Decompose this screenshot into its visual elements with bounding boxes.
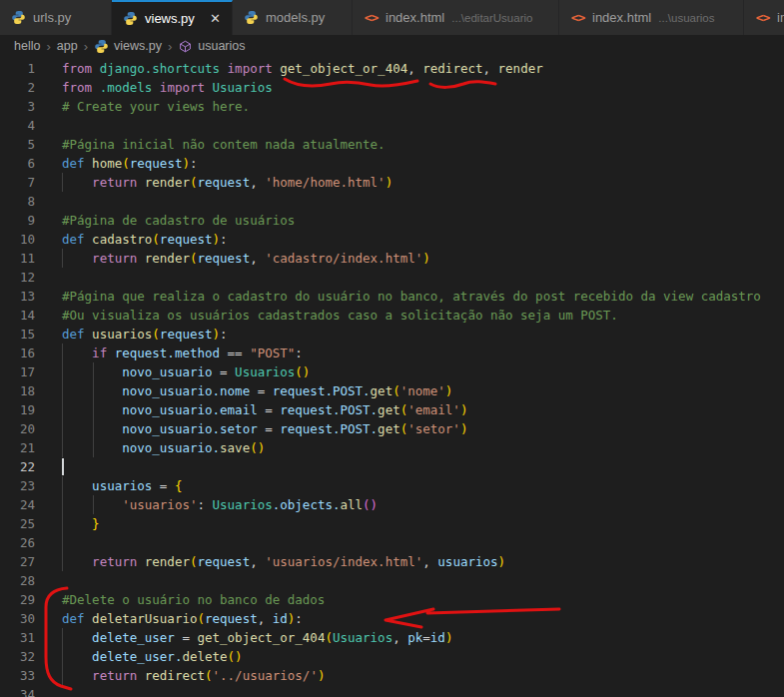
code-line[interactable]: 17 novo_usuario = Usuarios(): [0, 362, 784, 381]
code-line[interactable]: 15def usuarios(request):: [0, 325, 784, 344]
code-line[interactable]: 12: [0, 268, 784, 287]
code-line[interactable]: 30def deletarUsuario(request, id):: [0, 609, 784, 628]
code-line[interactable]: 19 novo_usuario.email = request.POST.get…: [0, 400, 784, 419]
line-number[interactable]: 8: [0, 192, 35, 211]
line-number[interactable]: 10: [0, 230, 35, 249]
code-line[interactable]: 9#Página de cadastro de usuários: [0, 211, 784, 230]
line-number[interactable]: 27: [0, 552, 35, 571]
code-line[interactable]: 33 return redirect('../usuarios/'): [0, 666, 784, 685]
code-line[interactable]: 22: [0, 457, 784, 476]
code-line[interactable]: 3# Create your views here.: [0, 97, 784, 116]
line-number[interactable]: 1: [0, 59, 35, 78]
code-text: novo_usuario.nome = request.POST.get('no…: [62, 381, 452, 400]
code-token: request.POST.: [280, 402, 378, 417]
line-number[interactable]: 17: [0, 362, 35, 381]
code-line[interactable]: 29#Delete o usuário no banco de dados: [0, 590, 784, 609]
code-line[interactable]: 4: [0, 116, 784, 135]
code-line[interactable]: 28: [0, 571, 784, 590]
code-line[interactable]: 34: [0, 685, 784, 697]
code-token: 'cadastro/index.html': [265, 251, 422, 266]
code-line[interactable]: 26: [0, 533, 784, 552]
tab-5-in[interactable]: <>in: [744, 0, 784, 35]
line-number[interactable]: 19: [0, 400, 35, 419]
code-line[interactable]: 1from django.shortcuts import get_object…: [0, 59, 784, 78]
line-number[interactable]: 23: [0, 476, 35, 495]
code-editor[interactable]: 1from django.shortcuts import get_object…: [0, 57, 784, 697]
tab-path-suffix: ...\editarUsuario: [451, 12, 532, 24]
line-number[interactable]: 18: [0, 381, 35, 400]
code-line[interactable]: 32 delete_user.delete(): [0, 647, 784, 666]
code-token: def: [62, 156, 92, 171]
code-line[interactable]: 16 if request.method == "POST":: [0, 344, 784, 362]
code-line[interactable]: 25 }: [0, 514, 784, 533]
code-token: redirect: [145, 668, 205, 683]
breadcrumb-item-views-py[interactable]: views.py: [94, 39, 162, 54]
line-number[interactable]: 32: [0, 647, 35, 666]
breadcrumb-item-usuarios[interactable]: usuarios: [178, 39, 245, 54]
line-number[interactable]: 24: [0, 495, 35, 514]
code-line[interactable]: 31 delete_user = get_object_or_404(Usuar…: [0, 628, 784, 647]
code-line[interactable]: 2from .models import Usuarios: [0, 78, 784, 97]
code-line[interactable]: 10def cadastro(request):: [0, 230, 784, 249]
code-line[interactable]: 8: [0, 192, 784, 211]
line-number[interactable]: 12: [0, 268, 35, 287]
tab-4-index-html[interactable]: <>index.html...\usuarios: [559, 0, 744, 35]
line-number[interactable]: 31: [0, 628, 35, 647]
line-number[interactable]: 11: [0, 249, 35, 268]
code-line[interactable]: 21 novo_usuario.save(): [0, 438, 784, 457]
line-number[interactable]: 28: [0, 571, 35, 590]
tab-2-models-py[interactable]: models.py: [233, 0, 353, 35]
line-number[interactable]: 3: [0, 97, 35, 116]
line-number[interactable]: 16: [0, 344, 35, 362]
line-number[interactable]: 13: [0, 287, 35, 306]
code-text: }: [62, 514, 100, 533]
tab-0-urls-py[interactable]: urls.py: [0, 0, 112, 35]
line-number[interactable]: 20: [0, 419, 35, 438]
line-number[interactable]: 33: [0, 666, 35, 685]
tab-label: models.py: [266, 10, 325, 25]
code-line[interactable]: 13#Página que realiza o cadastro do usuá…: [0, 287, 784, 306]
code-token: render: [145, 251, 190, 266]
tab-1-views-py[interactable]: views.py✕: [112, 0, 233, 35]
line-number[interactable]: 34: [0, 685, 35, 697]
line-number[interactable]: 21: [0, 438, 35, 457]
line-number[interactable]: 22: [0, 457, 35, 476]
code-line[interactable]: 7 return render(request, 'home/home.html…: [0, 173, 784, 192]
line-number[interactable]: 25: [0, 514, 35, 533]
code-token: }: [92, 516, 100, 531]
code-line[interactable]: 27 return render(request, 'usuarios/inde…: [0, 552, 784, 571]
code-line[interactable]: 18 novo_usuario.nome = request.POST.get(…: [0, 381, 784, 400]
line-number[interactable]: 2: [0, 78, 35, 97]
code-token: (: [325, 630, 333, 645]
symbol-namespace-icon: [178, 39, 193, 54]
line-number[interactable]: 4: [0, 116, 35, 135]
line-number[interactable]: 6: [0, 154, 35, 173]
line-number[interactable]: 9: [0, 211, 35, 230]
line-number[interactable]: 15: [0, 325, 35, 344]
code-token: (: [152, 327, 160, 342]
code-token: render: [145, 175, 190, 190]
code-line[interactable]: 6def home(request):: [0, 154, 784, 173]
code-token: novo_usuario.email: [122, 402, 257, 417]
breadcrumb-item-app[interactable]: app: [57, 39, 78, 53]
python-icon: [123, 11, 138, 26]
code-token: =: [213, 364, 236, 379]
line-number[interactable]: 30: [0, 609, 35, 628]
line-number[interactable]: 26: [0, 533, 35, 552]
code-line[interactable]: 23 usuarios = {: [0, 476, 784, 495]
breadcrumb-item-hello[interactable]: hello: [14, 39, 40, 53]
code-text: if request.method == "POST":: [62, 344, 303, 362]
code-line[interactable]: 14#Ou visualiza os usuários cadastrados …: [0, 306, 784, 325]
indent-guide: [62, 533, 63, 552]
code-line[interactable]: 11 return render(request, 'cadastro/inde…: [0, 249, 784, 268]
line-number[interactable]: 7: [0, 173, 35, 192]
code-line[interactable]: 24 'usuarios': Usuarios.objects.all(): [0, 495, 784, 514]
code-line[interactable]: 5#Página inicial não contem nada atualme…: [0, 135, 784, 154]
code-text: def usuarios(request):: [62, 325, 228, 344]
tab-3-index-html[interactable]: <>index.html...\editarUsuario: [353, 0, 559, 35]
close-icon[interactable]: ✕: [202, 11, 221, 26]
code-line[interactable]: 20 novo_usuario.setor = request.POST.get…: [0, 419, 784, 438]
line-number[interactable]: 5: [0, 135, 35, 154]
line-number[interactable]: 29: [0, 590, 35, 609]
line-number[interactable]: 14: [0, 306, 35, 325]
